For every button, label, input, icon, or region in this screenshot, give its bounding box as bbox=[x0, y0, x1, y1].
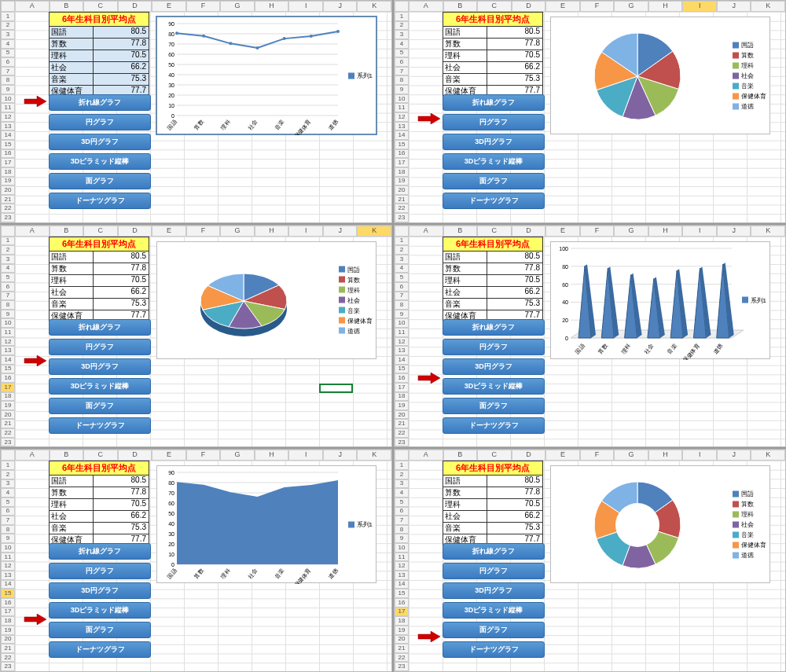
row-header[interactable]: 9 bbox=[1, 534, 15, 543]
chart-type-button[interactable]: ドーナツグラフ bbox=[443, 641, 545, 658]
chart-type-button[interactable]: 面グラフ bbox=[443, 173, 545, 189]
sheet-grid[interactable]: 6年生科目別平均点国語80.5算数77.8理科70.5社会66.2音楽75.3保… bbox=[15, 461, 391, 671]
row-header[interactable]: 17 bbox=[1, 383, 15, 392]
table-row[interactable]: 社会66.2 bbox=[443, 62, 543, 74]
column-header[interactable]: I bbox=[682, 450, 717, 461]
column-header[interactable]: K bbox=[751, 1, 785, 12]
row-header[interactable]: 21 bbox=[395, 195, 409, 204]
row-header[interactable]: 8 bbox=[1, 75, 15, 85]
row-header[interactable]: 14 bbox=[395, 580, 409, 589]
table-row[interactable]: 国語80.5 bbox=[443, 252, 543, 263]
column-header[interactable]: I bbox=[288, 226, 323, 237]
column-header[interactable]: F bbox=[186, 226, 221, 237]
row-header[interactable]: 1 bbox=[395, 12, 409, 21]
chart-type-button[interactable]: 面グラフ bbox=[443, 398, 545, 414]
row-header[interactable]: 20 bbox=[395, 185, 409, 195]
column-header[interactable]: K bbox=[357, 450, 391, 461]
column-header[interactable]: G bbox=[220, 226, 255, 237]
chart-container[interactable]: 020406080100国語算数理科社会音楽保健体育道徳系列1 bbox=[550, 241, 770, 359]
chart-type-button[interactable]: 面グラフ bbox=[49, 173, 151, 189]
table-row[interactable]: 音楽75.3 bbox=[49, 523, 149, 534]
row-header[interactable]: 5 bbox=[1, 273, 15, 282]
table-row[interactable]: 社会66.2 bbox=[49, 511, 149, 523]
row-header[interactable]: 9 bbox=[1, 310, 15, 319]
row-header[interactable]: 14 bbox=[1, 355, 15, 365]
row-header[interactable]: 19 bbox=[1, 177, 15, 186]
column-header[interactable]: E bbox=[152, 1, 186, 12]
chart-type-button[interactable]: 3Dピラミッド縦棒 bbox=[49, 602, 151, 619]
table-row[interactable]: 社会66.2 bbox=[443, 287, 543, 299]
column-header[interactable]: C bbox=[83, 1, 118, 12]
row-header[interactable]: 8 bbox=[395, 75, 409, 85]
column-header[interactable]: D bbox=[512, 450, 546, 461]
row-header[interactable]: 4 bbox=[1, 264, 15, 274]
row-header[interactable]: 17 bbox=[1, 608, 15, 617]
row-header[interactable]: 2 bbox=[395, 21, 409, 31]
select-all-corner[interactable] bbox=[395, 450, 409, 461]
column-header[interactable]: D bbox=[118, 1, 152, 12]
row-header[interactable]: 1 bbox=[395, 461, 409, 470]
chart-type-button[interactable]: ドーナツグラフ bbox=[49, 641, 151, 658]
row-header[interactable]: 1 bbox=[1, 12, 15, 21]
column-header[interactable]: H bbox=[648, 450, 683, 461]
column-header[interactable]: G bbox=[614, 226, 648, 237]
column-header[interactable]: H bbox=[255, 226, 289, 237]
table-row[interactable]: 理科70.5 bbox=[49, 275, 149, 287]
row-header[interactable]: 15 bbox=[395, 140, 409, 149]
row-header[interactable]: 22 bbox=[395, 204, 409, 213]
table-row[interactable]: 算数77.8 bbox=[49, 487, 149, 499]
row-header[interactable]: 14 bbox=[1, 580, 15, 589]
table-row[interactable]: 理科70.5 bbox=[49, 499, 149, 511]
column-header[interactable]: E bbox=[545, 226, 580, 237]
column-header[interactable]: G bbox=[220, 450, 255, 461]
chart-type-button[interactable]: 3Dピラミッド縦棒 bbox=[443, 602, 545, 619]
row-header[interactable]: 7 bbox=[395, 292, 409, 301]
row-header[interactable]: 12 bbox=[1, 337, 15, 347]
sheet-grid[interactable]: 6年生科目別平均点国語80.5算数77.8理科70.5社会66.2音楽75.3保… bbox=[15, 12, 391, 222]
column-header[interactable]: F bbox=[580, 1, 615, 12]
row-header[interactable]: 2 bbox=[1, 470, 15, 479]
row-header[interactable]: 19 bbox=[395, 177, 409, 186]
row-header[interactable]: 18 bbox=[395, 167, 409, 177]
row-header[interactable]: 16 bbox=[395, 373, 409, 383]
row-header[interactable]: 23 bbox=[1, 438, 15, 447]
column-header[interactable]: I bbox=[682, 1, 717, 12]
row-header[interactable]: 13 bbox=[395, 346, 409, 355]
row-header[interactable]: 16 bbox=[395, 598, 409, 608]
row-header[interactable]: 7 bbox=[1, 516, 15, 525]
select-all-corner[interactable] bbox=[395, 226, 409, 237]
chart-type-button[interactable]: 3Dピラミッド縦棒 bbox=[49, 153, 151, 170]
row-header[interactable]: 10 bbox=[395, 543, 409, 553]
chart-type-button[interactable]: 円グラフ bbox=[49, 339, 151, 355]
row-header[interactable]: 8 bbox=[395, 525, 409, 534]
row-header[interactable]: 11 bbox=[395, 553, 409, 562]
chart-type-button[interactable]: 3Dピラミッド縦棒 bbox=[49, 378, 151, 395]
chart-type-button[interactable]: 折れ線グラフ bbox=[443, 543, 545, 560]
table-row[interactable]: 理科70.5 bbox=[443, 50, 543, 62]
row-header[interactable]: 19 bbox=[395, 626, 409, 635]
column-header[interactable]: H bbox=[255, 450, 289, 461]
chart-type-button[interactable]: 折れ線グラフ bbox=[49, 94, 151, 111]
chart-type-button[interactable]: 3D円グラフ bbox=[49, 582, 151, 599]
row-header[interactable]: 8 bbox=[1, 525, 15, 534]
row-header[interactable]: 21 bbox=[1, 195, 15, 204]
table-row[interactable]: 理科70.5 bbox=[443, 275, 543, 287]
column-header[interactable]: D bbox=[118, 450, 152, 461]
column-header[interactable]: B bbox=[50, 226, 84, 237]
row-header[interactable]: 6 bbox=[395, 282, 409, 292]
row-header[interactable]: 16 bbox=[1, 598, 15, 608]
row-header[interactable]: 11 bbox=[1, 103, 15, 112]
row-header[interactable]: 7 bbox=[1, 67, 15, 76]
row-header[interactable]: 1 bbox=[1, 237, 15, 246]
row-header[interactable]: 5 bbox=[1, 498, 15, 507]
row-header[interactable]: 13 bbox=[395, 571, 409, 580]
row-header[interactable]: 2 bbox=[1, 21, 15, 31]
column-header[interactable]: A bbox=[409, 226, 443, 237]
column-header[interactable]: J bbox=[323, 450, 358, 461]
row-header[interactable]: 10 bbox=[1, 318, 15, 328]
sheet-grid[interactable]: 6年生科目別平均点国語80.5算数77.8理科70.5社会66.2音楽75.3保… bbox=[409, 461, 785, 671]
row-header[interactable]: 4 bbox=[1, 488, 15, 498]
row-header[interactable]: 13 bbox=[1, 122, 15, 131]
row-header[interactable]: 22 bbox=[395, 428, 409, 438]
chart-container[interactable]: 国語算数理科社会音楽保健体育道徳 bbox=[550, 465, 770, 583]
